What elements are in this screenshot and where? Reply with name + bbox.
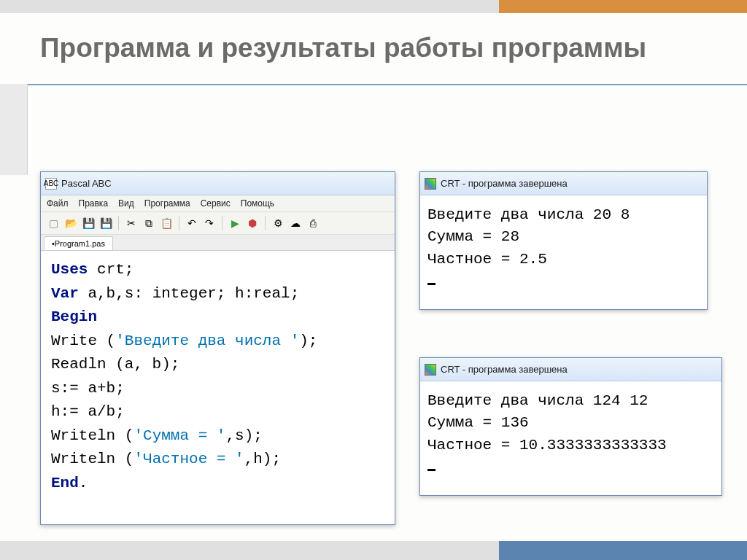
output-line: Сумма = 136: [427, 412, 714, 434]
menu-program[interactable]: Программа: [144, 198, 190, 209]
toolbar: ▢ 📂 💾 💾 ✂ ⧉ 📋 ↶ ↷ ▶ ⬢ ⚙ ☁ ⎙: [41, 212, 395, 235]
menubar: Файл Правка Вид Программа Сервис Помощь: [41, 195, 395, 212]
code-line: End.: [51, 472, 384, 496]
menu-view[interactable]: Вид: [118, 198, 134, 209]
banner-blue: [499, 541, 747, 560]
save-icon[interactable]: 💾: [80, 215, 96, 231]
accent-sidebar: [0, 84, 28, 175]
save-all-icon[interactable]: 💾: [98, 215, 114, 231]
cut-icon[interactable]: ✂: [123, 215, 139, 231]
code-line: Uses crt;: [51, 258, 384, 282]
code-line: s:= a+b;: [51, 377, 384, 401]
toolbar-separator: [118, 216, 119, 230]
code-editor[interactable]: Uses crt; Var a,b,s: integer; h:real; Be…: [41, 251, 395, 502]
banner-grey: [0, 0, 499, 13]
crt-window-2: CRT - программа завершена Введите два чи…: [419, 357, 722, 496]
code-line: Var a,b,s: integer; h:real;: [51, 282, 384, 306]
output-line: Сумма = 28: [427, 226, 700, 248]
pascal-titlebar[interactable]: ABC Pascal ABC: [41, 172, 395, 195]
tool-icon[interactable]: ⎙: [305, 215, 321, 231]
output-line: Введите два числа 20 8: [427, 204, 700, 226]
text-cursor: [427, 469, 436, 471]
menu-edit[interactable]: Правка: [79, 198, 109, 209]
code-line: Writeln ('Сумма = ',s);: [51, 424, 384, 448]
text-cursor: [427, 283, 436, 285]
crt-icon: [425, 364, 436, 376]
crt2-output: Введите два числа 124 12 Сумма = 136 Час…: [420, 381, 721, 488]
toolbar-separator: [222, 216, 222, 230]
slide-bottom-banner: [0, 541, 747, 560]
slide-top-banner: [0, 0, 747, 13]
output-line: Частное = 10.3333333333333: [427, 435, 714, 456]
crt1-titlebar[interactable]: CRT - программа завершена: [420, 172, 707, 195]
pascal-app-title: Pascal ABC: [61, 178, 112, 189]
pascal-app-icon: ABC: [45, 178, 57, 190]
copy-icon[interactable]: ⧉: [141, 215, 157, 231]
tool-icon[interactable]: ⚙: [270, 215, 286, 231]
accent-line: [28, 84, 747, 85]
crt1-title: CRT - программа завершена: [441, 178, 568, 189]
crt2-titlebar[interactable]: CRT - программа завершена: [420, 358, 721, 381]
run-icon[interactable]: ▶: [227, 215, 243, 231]
output-line: Введите два числа 124 12: [427, 390, 714, 412]
menu-file[interactable]: Файл: [47, 198, 69, 209]
code-line: Begin: [51, 306, 384, 330]
undo-icon[interactable]: ↶: [184, 215, 200, 231]
stop-icon[interactable]: ⬢: [244, 215, 260, 231]
menu-help[interactable]: Помощь: [241, 198, 274, 209]
tabbar: •Program1.pas: [41, 235, 395, 251]
crt2-title: CRT - программа завершена: [441, 364, 568, 375]
code-line: h:= a/b;: [51, 400, 384, 424]
code-line: Write ('Введите два числа ');: [51, 330, 384, 354]
banner-orange: [499, 0, 747, 13]
crt1-output: Введите два числа 20 8 Сумма = 28 Частно…: [420, 195, 707, 302]
redo-icon[interactable]: ↷: [201, 215, 217, 231]
pascal-window: ABC Pascal ABC Файл Правка Вид Программа…: [40, 171, 395, 525]
tool-icon[interactable]: ☁: [287, 215, 303, 231]
output-line: Частное = 2.5: [427, 249, 700, 271]
code-line: Readln (a, b);: [51, 353, 384, 377]
crt-icon: [425, 178, 436, 190]
toolbar-separator: [179, 216, 179, 230]
new-file-icon[interactable]: ▢: [45, 215, 61, 231]
slide-title: Программа и результаты работы программы: [40, 33, 646, 63]
toolbar-separator: [265, 216, 266, 230]
tab-program1[interactable]: •Program1.pas: [44, 236, 113, 250]
paste-icon[interactable]: 📋: [158, 215, 174, 231]
crt-window-1: CRT - программа завершена Введите два чи…: [419, 171, 708, 310]
menu-service[interactable]: Сервис: [201, 198, 231, 209]
code-line: Writeln ('Частное = ',h);: [51, 448, 384, 472]
open-file-icon[interactable]: 📂: [63, 215, 79, 231]
